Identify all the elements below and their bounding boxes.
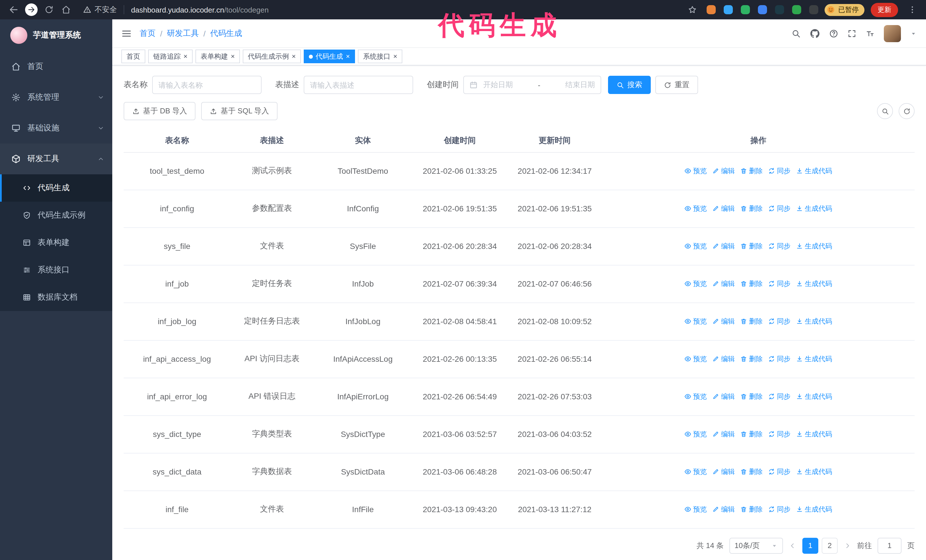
- prev-page-button[interactable]: [789, 542, 797, 549]
- extension-icon[interactable]: [809, 5, 818, 14]
- sidebar-item-codegen-example[interactable]: 代码生成示例: [0, 202, 112, 229]
- preview-action-link[interactable]: 预览: [685, 241, 707, 251]
- page-size-select[interactable]: 10条/页: [729, 537, 783, 554]
- forward-button[interactable]: [25, 3, 38, 16]
- close-tab-icon[interactable]: ×: [292, 53, 296, 60]
- delete-action-link[interactable]: 删除: [740, 204, 763, 213]
- preview-action-link[interactable]: 预览: [685, 166, 707, 176]
- font-size-button[interactable]: [865, 29, 875, 38]
- bookmark-star-button[interactable]: [684, 2, 701, 18]
- sidebar-item-devtools[interactable]: 研发工具: [0, 143, 112, 174]
- sidebar-item-home[interactable]: 首页: [0, 51, 112, 82]
- generate-action-link[interactable]: 生成代码: [796, 166, 832, 176]
- sidebar-item-codegen[interactable]: 代码生成: [0, 174, 112, 202]
- app-logo[interactable]: 芋道管理系统: [0, 20, 112, 51]
- import-db-button[interactable]: 基于 DB 导入: [124, 102, 196, 120]
- reset-button[interactable]: 重置: [655, 76, 698, 94]
- edit-action-link[interactable]: 编辑: [713, 241, 735, 251]
- close-tab-icon[interactable]: ×: [393, 53, 397, 60]
- fullscreen-button[interactable]: [847, 29, 856, 38]
- table-desc-input[interactable]: [304, 76, 413, 94]
- breadcrumb-home[interactable]: 首页: [139, 28, 156, 38]
- chrome-menu-button[interactable]: [904, 2, 920, 18]
- avatar-menu-button[interactable]: [910, 30, 917, 37]
- preview-action-link[interactable]: 预览: [685, 467, 707, 477]
- sidebar-item-api[interactable]: 系统接口: [0, 257, 112, 284]
- user-avatar[interactable]: [884, 25, 901, 42]
- delete-action-link[interactable]: 删除: [740, 279, 763, 288]
- page-button-1[interactable]: 1: [802, 537, 818, 554]
- preview-action-link[interactable]: 预览: [685, 317, 707, 326]
- preview-action-link[interactable]: 预览: [685, 429, 707, 439]
- delete-action-link[interactable]: 删除: [740, 166, 763, 176]
- tab-home[interactable]: 首页: [121, 50, 145, 63]
- sync-action-link[interactable]: 同步: [769, 279, 791, 288]
- edit-action-link[interactable]: 编辑: [713, 429, 735, 439]
- preview-action-link[interactable]: 预览: [685, 279, 707, 288]
- delete-action-link[interactable]: 删除: [740, 241, 763, 251]
- github-link[interactable]: [810, 28, 820, 38]
- chrome-update-button[interactable]: 更新: [871, 3, 898, 17]
- edit-action-link[interactable]: 编辑: [713, 166, 735, 176]
- generate-action-link[interactable]: 生成代码: [796, 392, 832, 402]
- extension-icon[interactable]: [758, 5, 767, 14]
- address-bar[interactable]: dashboard.yudao.iocoder.cn/tool/codegen: [131, 5, 269, 14]
- extension-icon[interactable]: [707, 5, 716, 14]
- security-indicator[interactable]: 不安全: [83, 5, 117, 15]
- breadcrumb-devtools[interactable]: 研发工具: [167, 28, 199, 38]
- close-tab-icon[interactable]: ×: [183, 53, 188, 60]
- header-search-button[interactable]: [791, 29, 800, 38]
- delete-action-link[interactable]: 删除: [740, 392, 763, 402]
- refresh-table-button[interactable]: [899, 103, 915, 119]
- extension-icon[interactable]: [741, 5, 750, 14]
- sidebar-item-form-builder[interactable]: 表单构建: [0, 229, 112, 257]
- preview-action-link[interactable]: 预览: [685, 354, 707, 364]
- extension-icon[interactable]: [775, 5, 784, 14]
- sync-action-link[interactable]: 同步: [769, 354, 791, 364]
- search-button[interactable]: 搜索: [608, 76, 651, 94]
- sync-action-link[interactable]: 同步: [769, 392, 791, 402]
- home-button[interactable]: [58, 2, 74, 18]
- tab-codegen[interactable]: 代码生成×: [304, 50, 355, 63]
- delete-action-link[interactable]: 删除: [740, 467, 763, 477]
- page-button-2[interactable]: 2: [822, 537, 838, 554]
- extension-icon[interactable]: [792, 5, 801, 14]
- edit-action-link[interactable]: 编辑: [713, 392, 735, 402]
- sync-action-link[interactable]: 同步: [769, 204, 791, 213]
- close-tab-icon[interactable]: ×: [346, 53, 350, 60]
- edit-action-link[interactable]: 编辑: [713, 204, 735, 213]
- edit-action-link[interactable]: 编辑: [713, 354, 735, 364]
- preview-action-link[interactable]: 预览: [685, 392, 707, 402]
- delete-action-link[interactable]: 删除: [740, 354, 763, 364]
- table-name-input[interactable]: [152, 76, 262, 94]
- collapse-sidebar-button[interactable]: [121, 28, 132, 38]
- tab-api[interactable]: 系统接口×: [358, 50, 402, 63]
- generate-action-link[interactable]: 生成代码: [796, 354, 832, 364]
- sidebar-item-db-doc[interactable]: 数据库文档: [0, 284, 112, 311]
- next-page-button[interactable]: [843, 542, 851, 549]
- edit-action-link[interactable]: 编辑: [713, 467, 735, 477]
- tab-codegen-example[interactable]: 代码生成示例×: [243, 50, 301, 63]
- tab-form-builder[interactable]: 表单构建×: [195, 50, 240, 63]
- toggle-search-button[interactable]: [877, 103, 893, 119]
- tab-tracer[interactable]: 链路追踪×: [148, 50, 193, 63]
- goto-page-input[interactable]: [878, 537, 902, 554]
- preview-action-link[interactable]: 预览: [685, 204, 707, 213]
- generate-action-link[interactable]: 生成代码: [796, 467, 832, 477]
- profile-paused-badge[interactable]: 已暂停: [825, 4, 864, 16]
- help-button[interactable]: [829, 29, 838, 38]
- sync-action-link[interactable]: 同步: [769, 317, 791, 326]
- back-button[interactable]: [6, 2, 22, 18]
- generate-action-link[interactable]: 生成代码: [796, 279, 832, 288]
- generate-action-link[interactable]: 生成代码: [796, 429, 832, 439]
- reload-button[interactable]: [41, 2, 57, 18]
- edit-action-link[interactable]: 编辑: [713, 279, 735, 288]
- preview-action-link[interactable]: 预览: [685, 504, 707, 514]
- sync-action-link[interactable]: 同步: [769, 166, 791, 176]
- close-tab-icon[interactable]: ×: [231, 53, 235, 60]
- extension-icon[interactable]: [724, 5, 733, 14]
- sync-action-link[interactable]: 同步: [769, 241, 791, 251]
- generate-action-link[interactable]: 生成代码: [796, 317, 832, 326]
- generate-action-link[interactable]: 生成代码: [796, 241, 832, 251]
- generate-action-link[interactable]: 生成代码: [796, 504, 832, 514]
